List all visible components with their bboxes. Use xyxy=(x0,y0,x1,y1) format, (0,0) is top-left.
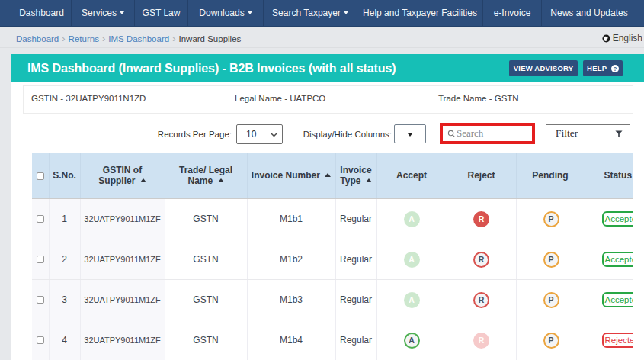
svg-text:?: ? xyxy=(614,66,617,71)
